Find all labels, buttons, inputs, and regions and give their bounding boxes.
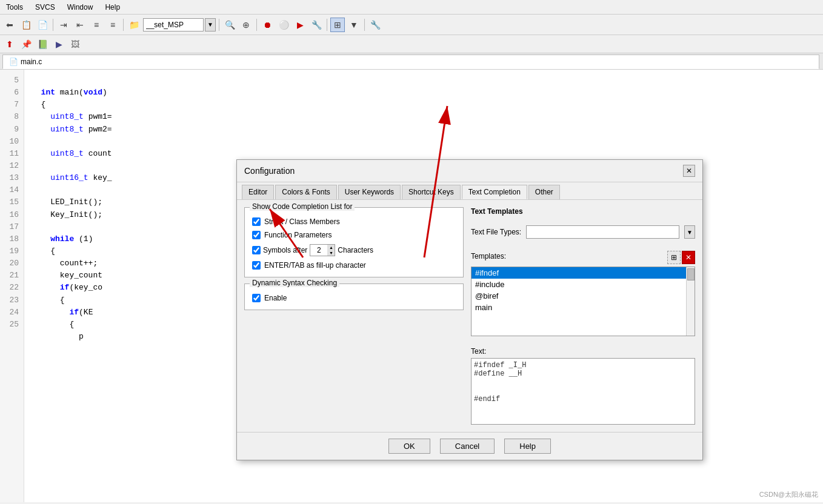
target-combo: __set_MSP ▼ bbox=[143, 18, 216, 31]
spinner-up[interactable]: ▲ bbox=[327, 245, 335, 250]
find-btn[interactable]: ⊕ bbox=[239, 18, 253, 32]
stop-btn[interactable]: ⚪ bbox=[276, 18, 291, 32]
checkbox-symbols-label: Symbols after bbox=[263, 246, 307, 254]
layout-btn[interactable]: ⊞ bbox=[330, 18, 345, 32]
toolbar2-btn-2[interactable]: 📌 bbox=[19, 37, 33, 51]
checkbox-function-params-label: Function Parameters bbox=[264, 231, 332, 239]
macro-btn[interactable]: 🔧 bbox=[309, 18, 324, 32]
toolbar2-btn-1[interactable]: ⬆ bbox=[2, 37, 17, 51]
group-title-syntax: Dynamic Syntax Checking bbox=[250, 279, 339, 287]
template-delete-btn[interactable]: ✕ bbox=[682, 251, 695, 264]
symbols-spinner-input[interactable] bbox=[310, 245, 327, 256]
left-panel: Show Code Completion List for Struct / C… bbox=[244, 207, 464, 425]
tab-label: main.c bbox=[21, 58, 42, 66]
outdent-btn[interactable]: ⇤ bbox=[73, 18, 87, 32]
symbols-spinner: ▲ ▼ bbox=[310, 244, 335, 256]
tab-colors-fonts[interactable]: Colors & Fonts bbox=[275, 185, 336, 199]
tab-other[interactable]: Other bbox=[528, 185, 560, 199]
separator-6 bbox=[364, 19, 365, 31]
separator-1 bbox=[53, 19, 53, 31]
cancel-button[interactable]: Cancel bbox=[440, 439, 495, 454]
templates-scrollbar bbox=[686, 267, 695, 336]
tab-icon: 📄 bbox=[9, 58, 18, 66]
tab-user-keywords[interactable]: User Keywords bbox=[338, 185, 401, 199]
template-item-biref[interactable]: @biref bbox=[471, 290, 686, 302]
ok-button[interactable]: OK bbox=[388, 439, 430, 454]
checkbox-symbols-input[interactable] bbox=[252, 246, 261, 254]
text-templates-title: Text Templates bbox=[471, 207, 695, 216]
layout-dropdown[interactable]: ▼ bbox=[347, 18, 361, 32]
spinner-down[interactable]: ▼ bbox=[327, 250, 335, 256]
checkbox-enable-label: Enable bbox=[264, 294, 287, 302]
file-types-dropdown[interactable]: ▼ bbox=[684, 225, 695, 239]
uncomment-btn[interactable]: ≡ bbox=[105, 18, 120, 32]
checkbox-struct-class: Struct / Class Members bbox=[252, 217, 456, 226]
template-item-include[interactable]: #include bbox=[471, 279, 686, 290]
dialog-body: Show Code Completion List for Struct / C… bbox=[237, 200, 702, 432]
toolbar-btn-1[interactable]: ⬅ bbox=[2, 18, 17, 32]
toolbar-btn-3[interactable]: 📄 bbox=[35, 18, 50, 32]
template-item-ifndef[interactable]: #ifndef bbox=[471, 267, 686, 279]
menu-svcs[interactable]: SVCS bbox=[32, 2, 59, 13]
menu-window[interactable]: Window bbox=[64, 2, 97, 13]
checkbox-enable: Enable bbox=[252, 294, 456, 302]
indent-btn[interactable]: ⇥ bbox=[56, 18, 71, 32]
checkbox-function-params-input[interactable] bbox=[252, 231, 261, 239]
configuration-dialog: Configuration ✕ Editor Colors & Fonts Us… bbox=[236, 159, 703, 460]
text-section: Text: #ifndef _I_H #define __H #endif bbox=[471, 342, 695, 425]
template-item-main[interactable]: main bbox=[471, 302, 686, 313]
record-btn[interactable]: ⏺ bbox=[260, 18, 275, 32]
templates-label: Templates: bbox=[471, 252, 506, 260]
separator-2 bbox=[123, 19, 124, 31]
toolbar-btn-2[interactable]: 📋 bbox=[19, 18, 33, 32]
tab-bar: 📄 main.c bbox=[0, 53, 823, 70]
separator-3 bbox=[219, 19, 219, 31]
checkbox-enter-tab-input[interactable] bbox=[252, 261, 261, 270]
checkbox-struct-class-input[interactable] bbox=[252, 217, 261, 226]
target-dropdown[interactable]: ▼ bbox=[205, 18, 216, 31]
file-btn[interactable]: 📁 bbox=[127, 18, 141, 32]
code-content[interactable]: int main(void) { uint8_t pwm1= uint8_t p… bbox=[24, 70, 119, 502]
scroll-thumb[interactable] bbox=[687, 268, 695, 280]
file-types-input[interactable]: C/C++ Editor files bbox=[526, 225, 679, 239]
separator-4 bbox=[256, 19, 257, 31]
dialog-title: Configuration bbox=[244, 166, 295, 176]
dynamic-syntax-group: Dynamic Syntax Checking Enable bbox=[244, 284, 464, 310]
file-types-label: Text File Types: bbox=[471, 228, 521, 236]
dialog-titlebar: Configuration ✕ bbox=[237, 160, 702, 182]
checkbox-function-params: Function Parameters bbox=[252, 231, 456, 239]
watermark: CSDN@太阳永磁花 bbox=[759, 490, 818, 499]
comment-btn[interactable]: ≡ bbox=[89, 18, 104, 32]
toolbar-main: ⬅ 📋 📄 ⇥ ⇤ ≡ ≡ 📁 __set_MSP ▼ 🔍 ⊕ ⏺ ⚪ ▶ 🔧 … bbox=[0, 15, 823, 35]
toolbar2-btn-4[interactable]: ▶ bbox=[52, 37, 66, 51]
toolbar2-btn-3[interactable]: 📗 bbox=[35, 37, 50, 51]
text-label: Text: bbox=[471, 347, 695, 356]
spinner-arrows: ▲ ▼ bbox=[327, 245, 335, 256]
text-content-area[interactable]: #ifndef _I_H #define __H #endif bbox=[471, 358, 695, 425]
templates-list-inner: #ifndef #include @biref main bbox=[471, 267, 686, 336]
menu-help[interactable]: Help bbox=[101, 2, 124, 13]
separator-5 bbox=[327, 19, 327, 31]
search-btn[interactable]: 🔍 bbox=[222, 18, 237, 32]
templates-toolbar: Templates: ⊞ ✕ bbox=[471, 251, 695, 264]
checkbox-enable-input[interactable] bbox=[252, 294, 261, 302]
checkbox-enter-tab: ENTER/TAB as fill-up character bbox=[252, 261, 456, 270]
toolbar2-btn-5[interactable]: 🖼 bbox=[68, 37, 82, 51]
tab-main-c[interactable]: 📄 main.c bbox=[2, 55, 819, 69]
settings-btn[interactable]: 🔧 bbox=[368, 18, 382, 32]
tab-shortcut-keys[interactable]: Shortcut Keys bbox=[402, 185, 461, 199]
target-input[interactable]: __set_MSP bbox=[143, 18, 204, 31]
tab-text-completion[interactable]: Text Completion bbox=[462, 185, 527, 199]
template-new-btn[interactable]: ⊞ bbox=[667, 251, 681, 264]
play-btn[interactable]: ▶ bbox=[293, 18, 307, 32]
templates-section: Templates: ⊞ ✕ #ifndef #include @biref m… bbox=[471, 251, 695, 336]
line-numbers: 5678910111213141516171819202122232425 bbox=[0, 70, 24, 502]
tab-editor[interactable]: Editor bbox=[242, 185, 274, 199]
dialog-close-button[interactable]: ✕ bbox=[683, 165, 695, 177]
help-button[interactable]: Help bbox=[504, 439, 551, 454]
characters-label: Characters bbox=[338, 246, 373, 254]
editor-container: 5678910111213141516171819202122232425 in… bbox=[0, 70, 823, 502]
checkbox-enter-tab-label: ENTER/TAB as fill-up character bbox=[264, 261, 366, 270]
menu-tools[interactable]: Tools bbox=[2, 2, 27, 13]
dialog-tabs: Editor Colors & Fonts User Keywords Shor… bbox=[237, 182, 702, 200]
